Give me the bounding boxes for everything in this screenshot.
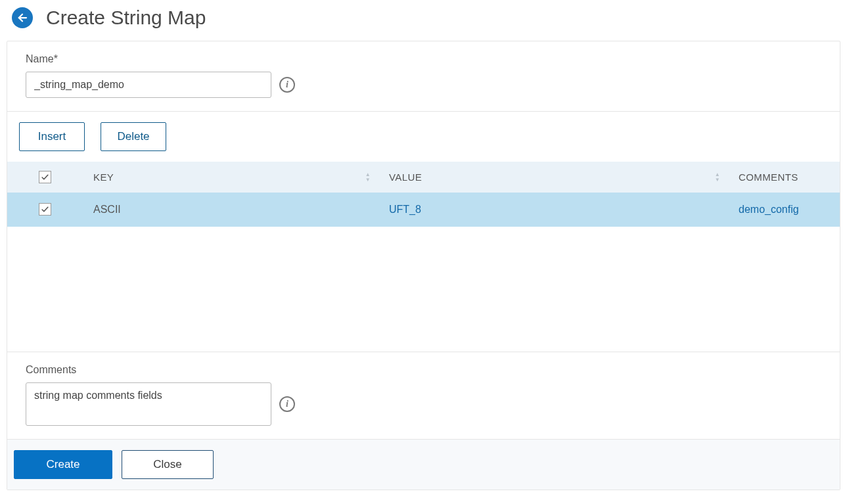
column-header-key[interactable]: KEY ▲▼ <box>83 162 378 193</box>
row-checkbox-cell <box>7 193 83 227</box>
cell-value-text: UFT_8 <box>389 204 421 215</box>
column-header-value[interactable]: VALUE ▲▼ <box>378 162 728 193</box>
name-input[interactable] <box>26 72 271 98</box>
info-icon[interactable]: i <box>279 396 295 412</box>
select-all-checkbox[interactable] <box>39 171 51 183</box>
table-toolbar: Insert Delete <box>7 111 840 162</box>
close-button[interactable]: Close <box>122 450 214 479</box>
cell-key[interactable]: ASCII <box>83 193 378 227</box>
delete-button[interactable]: Delete <box>101 122 166 151</box>
arrow-left-icon <box>16 12 28 24</box>
table-row[interactable]: ASCII UFT_8 demo_config <box>7 193 840 227</box>
cell-comments[interactable]: demo_config <box>728 193 840 227</box>
sort-icon: ▲▼ <box>365 172 371 183</box>
row-checkbox[interactable] <box>39 203 51 216</box>
create-button[interactable]: Create <box>14 450 112 479</box>
name-label: Name* <box>26 53 821 65</box>
main-panel: Name* i Insert Delete KEY ▲▼ <box>7 41 840 490</box>
footer-actions: Create Close <box>7 439 840 490</box>
column-header-comments[interactable]: COMMENTS <box>728 162 840 193</box>
comments-label: Comments <box>26 364 821 376</box>
column-header-checkbox <box>7 162 83 193</box>
page-title: Create String Map <box>46 7 206 29</box>
column-header-comments-label: COMMENTS <box>739 172 798 183</box>
cell-comments-text: demo_config <box>739 204 799 215</box>
sort-icon: ▲▼ <box>715 172 720 183</box>
back-button[interactable] <box>12 7 33 28</box>
string-map-table: KEY ▲▼ VALUE ▲▼ COMMENTS <box>7 162 840 227</box>
info-icon[interactable]: i <box>279 77 295 93</box>
table-empty-area <box>7 227 840 352</box>
cell-value[interactable]: UFT_8 <box>378 193 728 227</box>
comments-input[interactable]: string map comments fields <box>26 382 271 426</box>
insert-button[interactable]: Insert <box>19 122 85 151</box>
column-header-key-label: KEY <box>93 172 114 183</box>
column-header-value-label: VALUE <box>389 172 422 183</box>
